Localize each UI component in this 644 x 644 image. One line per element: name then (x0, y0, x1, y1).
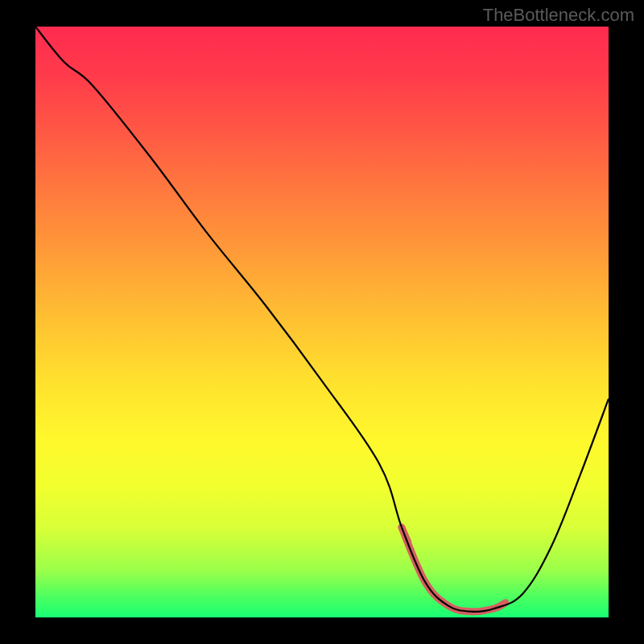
bottleneck-curve (35, 27, 609, 612)
watermark-text: TheBottleneck.com (483, 5, 634, 26)
chart-svg (35, 27, 609, 617)
chart-plot-area (35, 27, 609, 617)
optimal-zone-highlight (402, 527, 506, 612)
